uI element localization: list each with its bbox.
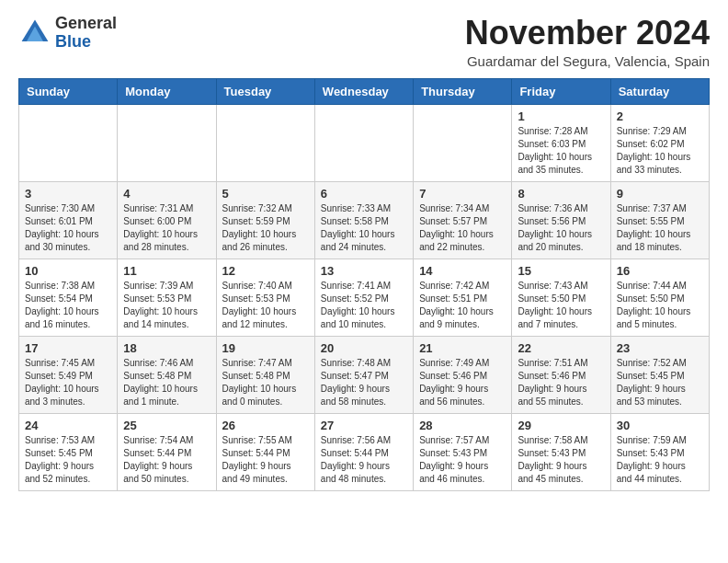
calendar-cell: 10Sunrise: 7:38 AM Sunset: 5:54 PM Dayli… (19, 259, 118, 336)
calendar-cell: 14Sunrise: 7:42 AM Sunset: 5:51 PM Dayli… (414, 259, 512, 336)
day-info: Sunrise: 7:45 AM Sunset: 5:49 PM Dayligh… (25, 357, 111, 408)
calendar-cell: 29Sunrise: 7:58 AM Sunset: 5:43 PM Dayli… (512, 413, 610, 490)
calendar-cell: 6Sunrise: 7:33 AM Sunset: 5:58 PM Daylig… (314, 181, 413, 259)
logo-blue: Blue (55, 32, 91, 51)
day-number: 2 (617, 109, 703, 123)
day-number: 16 (617, 264, 703, 278)
calendar-week-3: 17Sunrise: 7:45 AM Sunset: 5:49 PM Dayli… (19, 336, 710, 413)
day-info: Sunrise: 7:56 AM Sunset: 5:44 PM Dayligh… (321, 434, 407, 486)
day-info: Sunrise: 7:46 AM Sunset: 5:48 PM Dayligh… (123, 357, 210, 408)
calendar-cell (414, 104, 512, 181)
calendar-cell (314, 104, 413, 181)
calendar-cell: 28Sunrise: 7:57 AM Sunset: 5:43 PM Dayli… (414, 413, 512, 490)
day-number: 3 (25, 187, 111, 201)
calendar-cell: 11Sunrise: 7:39 AM Sunset: 5:53 PM Dayli… (118, 259, 216, 336)
day-number: 17 (25, 341, 111, 355)
location: Guardamar del Segura, Valencia, Spain (465, 53, 710, 69)
calendar-header-row: SundayMondayTuesdayWednesdayThursdayFrid… (19, 78, 710, 104)
day-number: 21 (419, 341, 506, 355)
day-info: Sunrise: 7:54 AM Sunset: 5:44 PM Dayligh… (123, 434, 210, 486)
calendar-cell: 4Sunrise: 7:31 AM Sunset: 6:00 PM Daylig… (118, 181, 216, 259)
day-info: Sunrise: 7:29 AM Sunset: 6:02 PM Dayligh… (617, 125, 703, 177)
logo-general: General (55, 14, 117, 32)
col-header-sunday: Sunday (19, 78, 118, 104)
day-info: Sunrise: 7:53 AM Sunset: 5:45 PM Dayligh… (25, 434, 111, 486)
day-info: Sunrise: 7:49 AM Sunset: 5:46 PM Dayligh… (419, 357, 506, 408)
calendar-week-0: 1Sunrise: 7:28 AM Sunset: 6:03 PM Daylig… (19, 104, 710, 181)
day-info: Sunrise: 7:59 AM Sunset: 5:43 PM Dayligh… (617, 434, 703, 486)
day-number: 24 (25, 419, 111, 432)
day-number: 27 (321, 419, 407, 432)
calendar-cell: 3Sunrise: 7:30 AM Sunset: 6:01 PM Daylig… (19, 181, 118, 259)
day-number: 23 (617, 341, 703, 355)
title-block: November 2024 Guardamar del Segura, Vale… (465, 15, 710, 69)
logo: General Blue (18, 15, 117, 52)
calendar-week-1: 3Sunrise: 7:30 AM Sunset: 6:01 PM Daylig… (19, 181, 710, 259)
calendar-cell: 19Sunrise: 7:47 AM Sunset: 5:48 PM Dayli… (216, 336, 314, 413)
col-header-tuesday: Tuesday (216, 78, 314, 104)
day-info: Sunrise: 7:39 AM Sunset: 5:53 PM Dayligh… (123, 280, 210, 331)
col-header-saturday: Saturday (610, 78, 709, 104)
day-info: Sunrise: 7:40 AM Sunset: 5:53 PM Dayligh… (222, 280, 309, 331)
calendar-cell: 24Sunrise: 7:53 AM Sunset: 5:45 PM Dayli… (19, 413, 118, 490)
day-info: Sunrise: 7:36 AM Sunset: 5:56 PM Dayligh… (518, 202, 604, 254)
day-info: Sunrise: 7:44 AM Sunset: 5:50 PM Dayligh… (617, 280, 703, 331)
day-number: 13 (321, 264, 407, 278)
day-info: Sunrise: 7:47 AM Sunset: 5:48 PM Dayligh… (222, 357, 309, 408)
day-number: 20 (321, 341, 407, 355)
day-number: 5 (222, 187, 309, 201)
day-number: 7 (419, 187, 506, 201)
day-number: 15 (518, 264, 604, 278)
col-header-friday: Friday (512, 78, 610, 104)
day-info: Sunrise: 7:31 AM Sunset: 6:00 PM Dayligh… (123, 202, 210, 254)
day-number: 25 (123, 419, 210, 432)
day-number: 9 (617, 187, 703, 201)
day-info: Sunrise: 7:28 AM Sunset: 6:03 PM Dayligh… (518, 125, 604, 177)
calendar-cell: 27Sunrise: 7:56 AM Sunset: 5:44 PM Dayli… (314, 413, 413, 490)
day-info: Sunrise: 7:48 AM Sunset: 5:47 PM Dayligh… (321, 357, 407, 408)
day-info: Sunrise: 7:42 AM Sunset: 5:51 PM Dayligh… (419, 280, 506, 331)
day-info: Sunrise: 7:30 AM Sunset: 6:01 PM Dayligh… (25, 202, 111, 254)
calendar-cell: 13Sunrise: 7:41 AM Sunset: 5:52 PM Dayli… (314, 259, 413, 336)
day-info: Sunrise: 7:58 AM Sunset: 5:43 PM Dayligh… (518, 434, 604, 486)
day-info: Sunrise: 7:38 AM Sunset: 5:54 PM Dayligh… (25, 280, 111, 331)
col-header-wednesday: Wednesday (314, 78, 413, 104)
calendar-week-2: 10Sunrise: 7:38 AM Sunset: 5:54 PM Dayli… (19, 259, 710, 336)
day-info: Sunrise: 7:34 AM Sunset: 5:57 PM Dayligh… (419, 202, 506, 254)
day-info: Sunrise: 7:32 AM Sunset: 5:59 PM Dayligh… (222, 202, 309, 254)
calendar-cell: 16Sunrise: 7:44 AM Sunset: 5:50 PM Dayli… (610, 259, 709, 336)
calendar-cell: 8Sunrise: 7:36 AM Sunset: 5:56 PM Daylig… (512, 181, 610, 259)
day-number: 12 (222, 264, 309, 278)
day-info: Sunrise: 7:57 AM Sunset: 5:43 PM Dayligh… (419, 434, 506, 486)
calendar-cell: 15Sunrise: 7:43 AM Sunset: 5:50 PM Dayli… (512, 259, 610, 336)
calendar-cell: 26Sunrise: 7:55 AM Sunset: 5:44 PM Dayli… (216, 413, 314, 490)
logo-icon (18, 17, 51, 50)
calendar-week-4: 24Sunrise: 7:53 AM Sunset: 5:45 PM Dayli… (19, 413, 710, 490)
day-info: Sunrise: 7:41 AM Sunset: 5:52 PM Dayligh… (321, 280, 407, 331)
calendar-cell: 17Sunrise: 7:45 AM Sunset: 5:49 PM Dayli… (19, 336, 118, 413)
day-number: 19 (222, 341, 309, 355)
day-number: 8 (518, 187, 604, 201)
calendar-cell: 22Sunrise: 7:51 AM Sunset: 5:46 PM Dayli… (512, 336, 610, 413)
calendar-cell: 20Sunrise: 7:48 AM Sunset: 5:47 PM Dayli… (314, 336, 413, 413)
calendar-cell: 9Sunrise: 7:37 AM Sunset: 5:55 PM Daylig… (610, 181, 709, 259)
day-info: Sunrise: 7:55 AM Sunset: 5:44 PM Dayligh… (222, 434, 309, 486)
month-title: November 2024 (465, 15, 710, 52)
calendar-cell: 21Sunrise: 7:49 AM Sunset: 5:46 PM Dayli… (414, 336, 512, 413)
calendar-cell (118, 104, 216, 181)
calendar-cell: 1Sunrise: 7:28 AM Sunset: 6:03 PM Daylig… (512, 104, 610, 181)
day-info: Sunrise: 7:52 AM Sunset: 5:45 PM Dayligh… (617, 357, 703, 408)
day-number: 10 (25, 264, 111, 278)
col-header-thursday: Thursday (414, 78, 512, 104)
calendar-cell: 18Sunrise: 7:46 AM Sunset: 5:48 PM Dayli… (118, 336, 216, 413)
day-number: 4 (123, 187, 210, 201)
calendar-cell: 25Sunrise: 7:54 AM Sunset: 5:44 PM Dayli… (118, 413, 216, 490)
page: General Blue November 2024 Guardamar del… (0, 0, 728, 506)
day-number: 14 (419, 264, 506, 278)
day-number: 28 (419, 419, 506, 432)
calendar-cell (216, 104, 314, 181)
day-info: Sunrise: 7:43 AM Sunset: 5:50 PM Dayligh… (518, 280, 604, 331)
calendar-cell (19, 104, 118, 181)
day-number: 11 (123, 264, 210, 278)
day-info: Sunrise: 7:37 AM Sunset: 5:55 PM Dayligh… (617, 202, 703, 254)
